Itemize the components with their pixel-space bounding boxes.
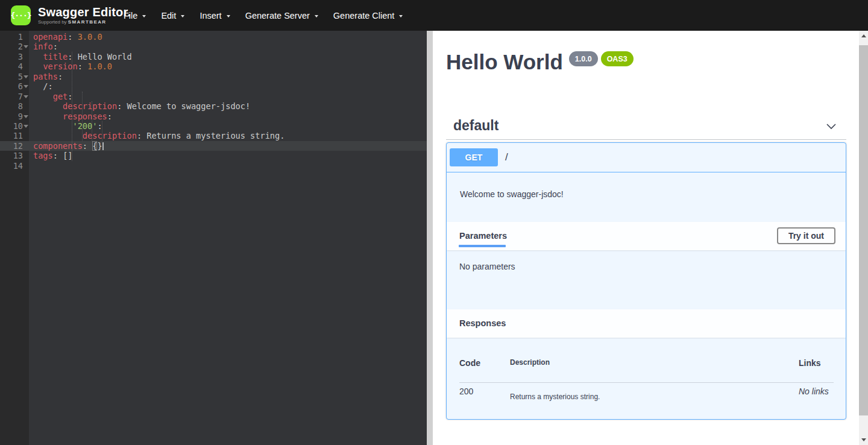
parameters-tab[interactable]: Parameters <box>459 230 507 241</box>
column-header-code: Code <box>459 358 510 382</box>
fold-arrow-icon[interactable] <box>24 125 28 128</box>
code-line[interactable]: openapi: 3.0.0 <box>29 32 427 42</box>
code-token: tags <box>33 151 53 160</box>
code-token: description <box>83 131 137 140</box>
code-token: : <box>78 62 87 71</box>
response-code: 200 <box>459 383 510 401</box>
parameters-header: Parameters Try it out <box>447 222 846 250</box>
fold-arrow-icon[interactable] <box>24 115 28 118</box>
fold-arrow-icon[interactable] <box>24 95 28 98</box>
scroll-down-button[interactable] <box>859 435 868 445</box>
brand-tagline: Supported by SMARTBEAR <box>38 20 131 25</box>
code-token: 1.0.0 <box>87 62 112 71</box>
code-token <box>33 62 43 71</box>
code-line[interactable]: tags: [] <box>29 151 427 160</box>
code-token: version <box>43 62 77 71</box>
code-editor[interactable]: openapi: 3.0.0info: title: Hello World v… <box>29 31 427 445</box>
indent-guide <box>102 121 102 141</box>
gutter-line-number: 6 <box>0 81 29 91</box>
try-it-out-button[interactable]: Try it out <box>777 227 835 244</box>
code-line[interactable]: title: Hello World <box>29 52 427 62</box>
active-tab-underline <box>459 245 506 247</box>
tag-section-default[interactable]: default <box>446 114 846 140</box>
oas3-badge: OAS3 <box>601 51 634 66</box>
code-lines: openapi: 3.0.0info: title: Hello World v… <box>29 32 427 171</box>
fold-arrow-icon[interactable] <box>24 45 28 48</box>
fold-arrow-icon[interactable] <box>24 85 28 88</box>
responses-header: Responses <box>447 309 846 338</box>
tagline-prefix: Supported by <box>38 19 68 25</box>
code-token: openapi <box>33 32 68 42</box>
code-token: /: <box>33 81 53 91</box>
fold-arrow-icon[interactable] <box>24 75 28 78</box>
scrollbar-thumb[interactable] <box>859 45 868 415</box>
editor-gutter: 1234567891011121314 <box>0 31 29 445</box>
menu-insert[interactable]: Insert <box>200 11 230 21</box>
operation-summary[interactable]: GET / <box>447 143 846 172</box>
code-token: '200' <box>72 121 97 131</box>
indent-guide <box>92 101 92 141</box>
menu-generate-server[interactable]: Generate Server <box>245 11 318 21</box>
responses-title: Responses <box>459 318 506 328</box>
gutter-line-number: 12 <box>0 141 29 151</box>
pane-splitter-handle[interactable] <box>427 31 433 445</box>
code-token: get <box>53 92 68 101</box>
code-line[interactable]: paths: <box>29 72 427 81</box>
response-links: No links <box>799 383 834 401</box>
code-token: : <box>53 151 63 160</box>
indent-guide <box>82 92 83 141</box>
code-token <box>33 112 63 121</box>
code-line[interactable]: description: Welcome to swagger-jsdoc! <box>29 101 427 111</box>
code-line[interactable] <box>29 161 427 171</box>
brand-block: Swagger Editor. Supported by SMARTBEAR <box>38 6 131 25</box>
code-token: : <box>68 52 77 62</box>
http-method-badge[interactable]: GET <box>450 148 498 166</box>
menu-file[interactable]: File <box>124 11 146 21</box>
column-header-links: Links <box>799 358 834 382</box>
menu-label: File <box>124 11 137 21</box>
menu-generate-client[interactable]: Generate Client <box>333 11 403 21</box>
responses-table: Code Description Links 200Returns a myst… <box>447 338 846 419</box>
editor-pane[interactable]: 1234567891011121314 openapi: 3.0.0info: … <box>0 31 427 445</box>
code-line[interactable]: get: <box>29 92 427 101</box>
column-header-description: Description <box>510 358 799 382</box>
parameters-tab-label: Parameters <box>459 231 507 241</box>
code-line[interactable]: description: Returns a mysterious string… <box>29 131 427 140</box>
smartbear-wordmark: SMARTBEAR <box>68 19 107 25</box>
code-token: responses <box>63 112 107 121</box>
chevron-down-icon[interactable] <box>825 119 838 133</box>
operation-path: / <box>505 151 508 163</box>
code-line[interactable]: components: {} <box>29 141 427 151</box>
opblock-get: GET / Welcome to swagger-jsdoc! Paramete… <box>446 142 846 420</box>
code-token: 3.0.0 <box>78 32 102 42</box>
code-line[interactable]: info: <box>29 42 427 51</box>
code-token: description <box>63 101 117 111</box>
menu-edit[interactable]: Edit <box>161 11 184 21</box>
code-token <box>33 52 43 62</box>
gutter-line-number: 1 <box>0 32 29 42</box>
responses-table-head: Code Description Links <box>459 349 834 383</box>
code-token: Welcome to swagger-jsdoc! <box>127 101 251 111</box>
vertical-scrollbar[interactable] <box>859 31 868 445</box>
menu-label: Generate Server <box>245 11 310 21</box>
scroll-up-button[interactable] <box>859 31 868 41</box>
gutter-line-number: 10 <box>0 121 29 131</box>
gutter-line-number: 11 <box>0 131 29 140</box>
code-line[interactable]: version: 1.0.0 <box>29 62 427 71</box>
code-token: : <box>137 131 146 140</box>
code-token: : <box>58 72 63 81</box>
response-description: Returns a mysterious string. <box>510 383 799 401</box>
indent-guide <box>72 52 72 161</box>
code-line[interactable]: responses: <box>29 112 427 121</box>
caret-down-icon <box>399 15 403 17</box>
gutter-line-number: 3 <box>0 52 29 62</box>
code-line[interactable]: /: <box>29 81 427 91</box>
responses-rows: 200Returns a mysterious string.No links <box>459 383 834 401</box>
caret-down-icon <box>315 15 318 17</box>
swagger-logo-icon[interactable]: {···} <box>11 5 31 25</box>
gutter-line-number: 5 <box>0 72 29 81</box>
gutter-line-number: 4 <box>0 62 29 71</box>
gutter-line-number: 14 <box>0 161 29 171</box>
version-badge: 1.0.0 <box>569 51 598 66</box>
code-line[interactable]: '200': <box>29 121 427 131</box>
